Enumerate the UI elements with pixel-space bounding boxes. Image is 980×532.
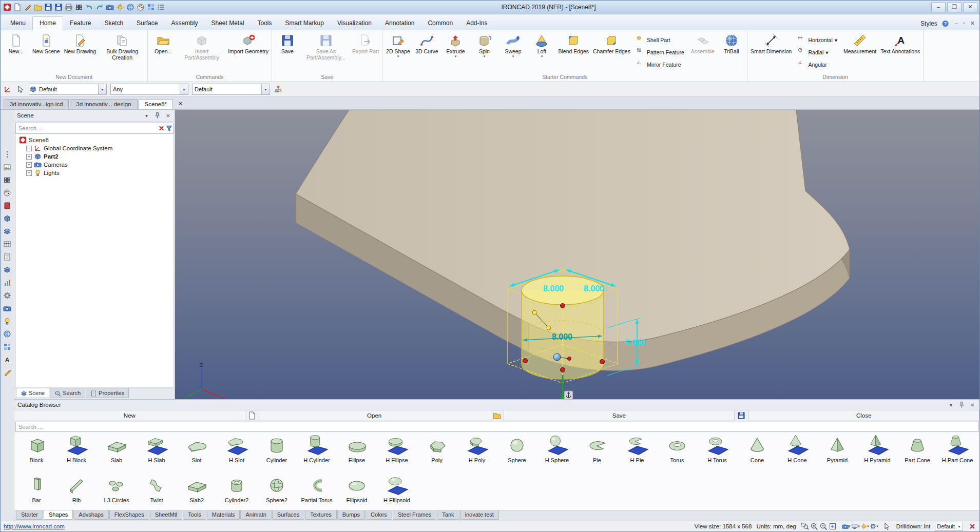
catalog-item-poly[interactable]: Poly: [417, 434, 457, 474]
ribbon-button-save[interactable]: Save: [273, 31, 302, 73]
search-filter-icon[interactable]: [165, 125, 173, 132]
catalog-item-cylinder[interactable]: Cylinder: [257, 434, 297, 474]
doc-tab-3d-innovativ-ign-icd[interactable]: 3d innovativ...ign.icd: [4, 99, 69, 109]
catalog-tab-sheetmtl[interactable]: SheetMtl: [150, 510, 182, 520]
catalog-item-slab2[interactable]: Slab2: [177, 474, 217, 510]
part-cube-icon[interactable]: [3, 214, 12, 223]
ribbon-button-2d-shape[interactable]: 2D Shape▾: [383, 31, 412, 73]
catalog-item-cylinder2[interactable]: Cylinder2: [217, 474, 257, 510]
catalog-tab-tank[interactable]: Tank: [437, 510, 459, 520]
catalog-search-box[interactable]: Search ...: [15, 422, 978, 432]
handle-red-bottom[interactable]: [561, 368, 565, 372]
strip-handle-dots[interactable]: [3, 150, 12, 159]
ribbon-button-new-scene[interactable]: New Scene: [30, 31, 62, 73]
ribbon-button-text-annotations[interactable]: AText Annotations: [878, 31, 922, 73]
tree-item-lights[interactable]: +Lights: [16, 169, 173, 177]
catalog-item-twist[interactable]: Twist: [137, 474, 177, 510]
ribbon-button-new[interactable]: New...: [2, 31, 30, 73]
search-clear-icon[interactable]: [158, 125, 165, 132]
catalog-item-l3-circles[interactable]: L3 Circles: [97, 474, 137, 510]
ribbon-button-measurement[interactable]: Measurement: [841, 31, 878, 73]
tree-expander-icon[interactable]: +: [26, 146, 32, 151]
catalog-tab-starter[interactable]: Starter: [16, 510, 43, 520]
ribbon-button-triball[interactable]: TriBall: [717, 31, 746, 73]
catalog-item-h-ellipse[interactable]: H Ellipse: [377, 434, 417, 474]
anchor-handle-icon[interactable]: [564, 391, 573, 399]
tree-expander-icon[interactable]: +: [26, 154, 32, 160]
pencil-strip-icon[interactable]: [3, 368, 12, 377]
menu-tab-add-ins[interactable]: Add-Ins: [459, 17, 494, 30]
catalog-close-button[interactable]: Close: [748, 410, 979, 421]
menu-tab-surface[interactable]: Surface: [130, 17, 164, 30]
close-button[interactable]: ✕: [963, 2, 977, 12]
table-strip-icon[interactable]: [3, 240, 12, 249]
catalog-open-button[interactable]: Open: [259, 410, 490, 421]
save-all-icon[interactable]: [54, 3, 63, 12]
film-strip-icon[interactable]: [3, 175, 12, 185]
catalog-close-icon[interactable]: ✕: [969, 401, 976, 409]
menu-tab-feature[interactable]: Feature: [63, 17, 98, 30]
text-strip-icon[interactable]: A: [3, 355, 12, 364]
catalog-tab-flexshapes[interactable]: FlexShapes: [109, 510, 149, 520]
catalog-item-h-cylinder[interactable]: H Cylinder: [297, 434, 337, 474]
doc-tab-close-icon[interactable]: ✕: [177, 101, 184, 107]
ironcad-link[interactable]: http://www.ironcad.com: [4, 523, 65, 529]
catalog-item-ellipsoid[interactable]: Ellipsoid: [337, 474, 377, 510]
camera-icon[interactable]: [105, 3, 114, 12]
catalog-item-h-pie[interactable]: H Pie: [617, 434, 657, 474]
catalog-tab-advshaps[interactable]: Advshaps: [73, 510, 108, 520]
menu-tab-sheet-metal[interactable]: Sheet Metal: [204, 17, 251, 30]
select-cursor-icon[interactable]: [16, 85, 25, 94]
help-icon[interactable]: ?: [941, 19, 949, 27]
child-close-button[interactable]: ✕: [969, 20, 976, 27]
new-drawing-icon[interactable]: [23, 3, 32, 12]
ribbon-button-blend-edges[interactable]: Blend Edges: [556, 31, 591, 73]
dim-height[interactable]: 5.000: [625, 339, 646, 347]
triball-center-handle[interactable]: [553, 353, 561, 361]
maximize-button[interactable]: ❐: [947, 2, 962, 12]
catalog-divider-icon-1[interactable]: [245, 410, 259, 421]
image-strip-icon[interactable]: [3, 163, 12, 172]
catalog-item-h-torus[interactable]: H Torus: [697, 434, 737, 474]
tree-expander-icon[interactable]: +: [26, 170, 32, 176]
catalog-tab-textures[interactable]: Textures: [305, 510, 337, 520]
handle-yellow-1[interactable]: [532, 310, 536, 314]
tree-item-scene8[interactable]: Scene8: [16, 136, 173, 144]
ribbon-button-radial[interactable]: Radial▾: [796, 47, 839, 58]
catalog-item-h-ellipsoid[interactable]: H Ellipsoid: [377, 474, 417, 510]
list-icon[interactable]: [157, 3, 166, 12]
catalog-item-part-cone[interactable]: Part Cone: [897, 434, 937, 474]
catalog-item-pyramid[interactable]: Pyramid: [817, 434, 857, 474]
anchor-grid-icon[interactable]: [3, 85, 12, 94]
structure-browser-icon[interactable]: [274, 85, 283, 94]
catalog-item-sphere2[interactable]: Sphere2: [257, 474, 297, 510]
drilldown-label[interactable]: Drilldown: Int: [896, 523, 930, 529]
ribbon-button-mirror-feature[interactable]: Mirror Feature: [635, 59, 686, 70]
catalog-tab-inovate-test[interactable]: inovate test: [460, 510, 499, 520]
dim-top-left[interactable]: 8.000: [543, 284, 564, 293]
ribbon-button-import-geometry[interactable]: Import Geometry: [226, 31, 271, 73]
styles-menu[interactable]: Styles: [920, 20, 937, 27]
catalog-item-pie[interactable]: Pie: [577, 434, 617, 474]
catalog-tab-shapes[interactable]: Shapes: [44, 510, 73, 520]
panel-dropdown-icon[interactable]: ▾: [143, 112, 150, 120]
ribbon-button-pattern-feature[interactable]: Pattern Feature: [635, 47, 686, 58]
redo-icon[interactable]: [95, 3, 104, 12]
filter-combo-2[interactable]: Any▼: [110, 84, 188, 95]
tree-item-part2[interactable]: +Part2: [16, 152, 173, 161]
catalog-tab-colors[interactable]: Colors: [366, 510, 392, 520]
ribbon-button-smart-dimension[interactable]: Smart Dimension: [748, 31, 794, 73]
save-icon[interactable]: [44, 3, 53, 12]
gear-strip-icon[interactable]: [3, 291, 12, 300]
dim-middle[interactable]: 8.000: [552, 332, 572, 341]
menu-tab-common[interactable]: Common: [421, 17, 459, 30]
app-logo-icon[interactable]: [3, 3, 12, 12]
catalog-item-h-part-cone[interactable]: H Part Cone: [937, 434, 977, 474]
catalog-item-h-pyramid[interactable]: H Pyramid: [857, 434, 897, 474]
open-icon[interactable]: [33, 3, 43, 12]
render-icon[interactable]: [116, 3, 125, 12]
catalog-item-h-slab[interactable]: H Slab: [137, 434, 177, 474]
zoom-window-icon[interactable]: [801, 522, 810, 530]
catalog-item-h-sphere[interactable]: H Sphere: [537, 434, 577, 474]
config-combo[interactable]: Default ▼: [935, 522, 963, 531]
